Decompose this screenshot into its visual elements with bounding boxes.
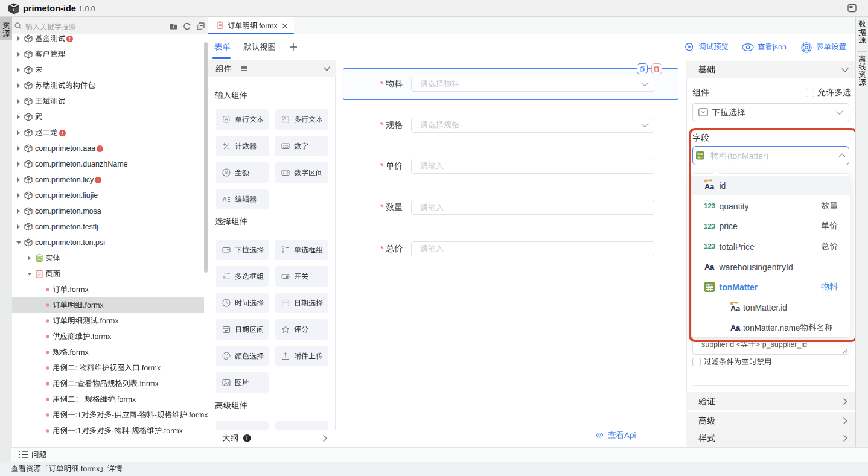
svg-text:A: A	[222, 196, 226, 203]
svg-text:1~3: 1~3	[282, 171, 288, 174]
svg-text:A: A	[224, 116, 228, 122]
svg-text:A: A	[282, 116, 286, 121]
svg-text:123: 123	[282, 145, 288, 148]
svg-text:¥: ¥	[224, 170, 228, 176]
